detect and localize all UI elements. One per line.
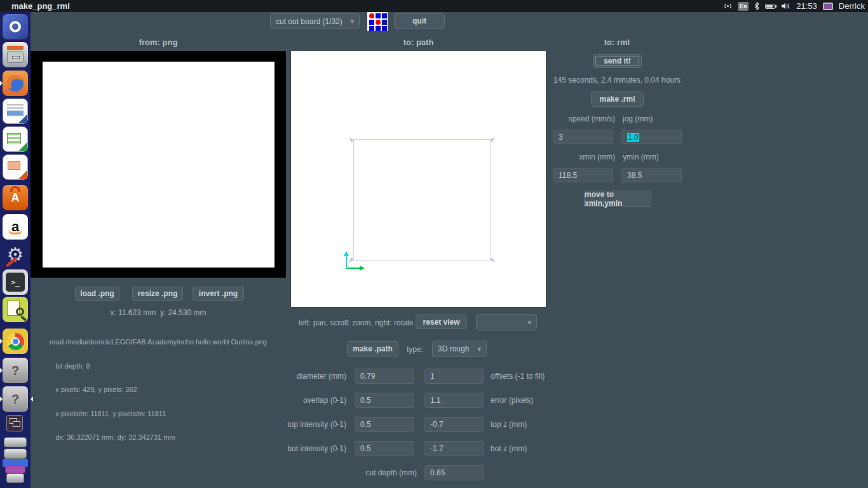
- ymin-label: ymin (mm): [623, 152, 659, 161]
- calc-grid: [7, 133, 21, 144]
- send-it-button[interactable]: send it!: [593, 54, 642, 68]
- unity-launcher: A a ⚙ >_ ? ?: [0, 12, 31, 488]
- launcher-item-libreoffice-impress[interactable]: [3, 154, 28, 180]
- network-icon[interactable]: [724, 2, 732, 10]
- path-type-value: 3D rough: [438, 344, 469, 353]
- launcher-item-terminal[interactable]: >_: [3, 269, 28, 295]
- chrome-center: [13, 339, 18, 344]
- launcher-item-ubuntu-dash[interactable]: [3, 14, 28, 39]
- speed-input[interactable]: 3: [553, 130, 613, 144]
- top-intensity-value: 0.5: [360, 420, 371, 429]
- drive-icon: [4, 449, 27, 459]
- jog-input[interactable]: 1.0: [621, 130, 682, 144]
- chrome-ring: [11, 337, 20, 346]
- running-indicator: [0, 81, 5, 86]
- firefox-sea: [11, 79, 24, 92]
- bluetooth-icon[interactable]: [754, 2, 759, 10]
- top-z-input[interactable]: -0.7: [424, 417, 484, 432]
- launcher-item-unknown-app-2[interactable]: ?: [3, 386, 28, 412]
- launcher-item-file-manager[interactable]: [3, 42, 28, 67]
- diameter-input[interactable]: 0.79: [355, 369, 414, 384]
- chevron-down-icon: ▾: [527, 318, 531, 327]
- resize-png-button[interactable]: resize .png: [132, 287, 183, 301]
- reset-view-button[interactable]: reset view: [416, 315, 467, 329]
- bot-intensity-label: bot intensity (0-1): [210, 444, 346, 453]
- overlap-input[interactable]: 0.5: [355, 393, 414, 408]
- make-path-button[interactable]: make .path: [347, 341, 398, 356]
- focused-indicator: [28, 396, 33, 402]
- running-indicator: [0, 368, 5, 373]
- question-icon: ?: [11, 392, 19, 407]
- window-title: make_png_rml: [11, 1, 70, 11]
- clock[interactable]: 21:53: [796, 1, 817, 11]
- logo-cell: [369, 20, 374, 25]
- top-intensity-input[interactable]: 0.5: [355, 417, 414, 432]
- launcher-item-libreoffice-writer[interactable]: [3, 98, 28, 124]
- cut-depth-value: 0.65: [430, 468, 445, 477]
- cut-depth-input[interactable]: 0.65: [424, 465, 484, 480]
- xmin-value: 118.5: [559, 171, 577, 180]
- type-label: type:: [407, 345, 423, 354]
- launcher-item-libreoffice-calc[interactable]: [3, 126, 28, 152]
- launcher-item-workspace-switcher[interactable]: [6, 415, 23, 431]
- path-type-dropdown[interactable]: 3D rough ▾: [432, 341, 487, 357]
- running-indicator: [0, 339, 5, 344]
- path-panel-title: to: path: [291, 37, 546, 47]
- drawer-body: [7, 51, 24, 63]
- workspace-rect: [13, 421, 20, 427]
- launcher-item-amazon[interactable]: a: [3, 214, 28, 240]
- path-view-canvas[interactable]: [291, 51, 546, 307]
- png-panel-title: from: png: [31, 37, 286, 47]
- display-icon[interactable]: [823, 3, 833, 10]
- info-line: x pixels/m: 11811, y pixels/m: 11811: [50, 410, 267, 418]
- bot-z-label: bot z (mm): [491, 444, 527, 453]
- load-png-button[interactable]: load .png: [75, 287, 119, 301]
- error-value: 1.1: [430, 396, 441, 405]
- make-rml-button[interactable]: make .rml: [591, 92, 644, 107]
- launcher-item-image-magnifier[interactable]: [3, 297, 28, 322]
- offsets-input[interactable]: 1: [424, 369, 484, 384]
- amazon-smile-icon: [8, 229, 22, 234]
- jog-label: jog (mm): [623, 114, 653, 123]
- session-user[interactable]: Derrick: [839, 1, 865, 11]
- ubuntu-logo-icon: [10, 21, 21, 32]
- keyboard-layout-indicator[interactable]: En: [738, 2, 749, 11]
- logo-cell: [369, 13, 374, 18]
- writer-fold: [18, 114, 27, 123]
- quit-button[interactable]: quit: [394, 13, 445, 29]
- offsets-value: 1: [430, 372, 435, 381]
- invert-png-button[interactable]: invert .png: [193, 287, 244, 301]
- logo-cell: [376, 26, 381, 31]
- launcher-item-software-center[interactable]: A: [3, 185, 28, 210]
- error-input[interactable]: 1.1: [424, 393, 484, 408]
- chrome-logo-icon: [7, 333, 24, 350]
- launcher-item-firefox[interactable]: [3, 71, 28, 96]
- launcher-item-unknown-app-1[interactable]: ?: [3, 358, 28, 383]
- chevron-down-icon: ▾: [477, 345, 481, 353]
- ymin-input[interactable]: 38.5: [621, 168, 682, 182]
- impress-fold: [18, 170, 27, 179]
- launcher-item-system-settings[interactable]: ⚙: [3, 242, 28, 268]
- png-image-content: [43, 62, 275, 268]
- impress-slide: [8, 161, 20, 170]
- logo-cell: [382, 20, 387, 25]
- magnifier-handle: [20, 315, 27, 321]
- bot-intensity-value: 0.5: [360, 444, 371, 453]
- png-preview-canvas[interactable]: [31, 51, 286, 278]
- drawer-top: [7, 46, 24, 50]
- launcher-item-chrome[interactable]: [3, 329, 28, 354]
- bot-intensity-input[interactable]: 0.5: [355, 441, 414, 456]
- preset-dropdown[interactable]: cut out board (1/32) ▾: [270, 13, 360, 29]
- volume-icon[interactable]: [781, 2, 790, 10]
- battery-icon[interactable]: [765, 4, 775, 9]
- xmin-input[interactable]: 118.5: [553, 168, 613, 182]
- bot-z-input[interactable]: -1.7: [424, 441, 484, 456]
- overlap-value: 0.5: [360, 396, 371, 405]
- view-dropdown[interactable]: ▾: [476, 314, 537, 330]
- top-intensity-label: top intensity (0-1): [210, 420, 346, 429]
- preset-dropdown-value: cut out board (1/32): [276, 17, 342, 26]
- speed-value: 3: [559, 133, 563, 142]
- move-to-xmin-ymin-button[interactable]: move to xmin,ymin: [584, 191, 651, 207]
- battery-fill: [766, 5, 773, 8]
- speed-label: speed (mm/s): [540, 114, 615, 123]
